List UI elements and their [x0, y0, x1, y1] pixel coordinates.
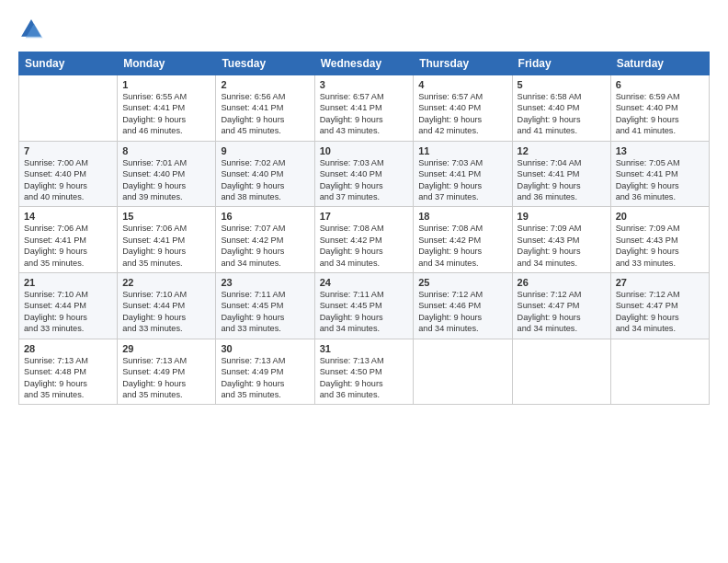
day-info: Sunrise: 7:13 AM Sunset: 4:48 PM Dayligh…	[24, 355, 112, 401]
day-info: Sunrise: 7:00 AM Sunset: 4:40 PM Dayligh…	[24, 157, 112, 203]
day-number: 14	[24, 211, 112, 222]
calendar-cell	[512, 339, 610, 405]
calendar-cell: 26Sunrise: 7:12 AM Sunset: 4:47 PM Dayli…	[512, 273, 610, 339]
day-info: Sunrise: 7:11 AM Sunset: 4:45 PM Dayligh…	[320, 289, 409, 335]
day-info: Sunrise: 7:03 AM Sunset: 4:40 PM Dayligh…	[320, 157, 409, 203]
day-number: 10	[320, 145, 409, 156]
day-number: 12	[518, 145, 606, 156]
day-number: 31	[320, 343, 409, 354]
day-number: 6	[616, 79, 704, 90]
weekday-header: Saturday	[610, 52, 709, 75]
calendar-cell: 18Sunrise: 7:08 AM Sunset: 4:42 PM Dayli…	[414, 207, 512, 273]
calendar-cell: 19Sunrise: 7:09 AM Sunset: 4:43 PM Dayli…	[512, 207, 610, 273]
day-info: Sunrise: 7:05 AM Sunset: 4:41 PM Dayligh…	[616, 157, 704, 203]
day-number: 16	[221, 211, 309, 222]
calendar-cell: 31Sunrise: 7:13 AM Sunset: 4:50 PM Dayli…	[314, 339, 414, 405]
weekday-header: Sunday	[19, 52, 118, 75]
day-info: Sunrise: 7:13 AM Sunset: 4:50 PM Dayligh…	[320, 355, 409, 401]
calendar-week-row: 14Sunrise: 7:06 AM Sunset: 4:41 PM Dayli…	[19, 207, 710, 273]
calendar-cell: 23Sunrise: 7:11 AM Sunset: 4:45 PM Dayli…	[216, 273, 314, 339]
calendar-cell: 14Sunrise: 7:06 AM Sunset: 4:41 PM Dayli…	[19, 207, 118, 273]
day-info: Sunrise: 6:57 AM Sunset: 4:41 PM Dayligh…	[320, 91, 409, 137]
calendar-cell: 24Sunrise: 7:11 AM Sunset: 4:45 PM Dayli…	[314, 273, 414, 339]
day-info: Sunrise: 7:12 AM Sunset: 4:46 PM Dayligh…	[418, 289, 506, 335]
day-info: Sunrise: 7:10 AM Sunset: 4:44 PM Dayligh…	[122, 289, 210, 335]
day-number: 4	[418, 79, 506, 90]
calendar-cell: 4Sunrise: 6:57 AM Sunset: 4:40 PM Daylig…	[414, 75, 512, 142]
day-info: Sunrise: 7:08 AM Sunset: 4:42 PM Dayligh…	[320, 223, 409, 269]
day-number: 20	[616, 211, 704, 222]
calendar-cell: 12Sunrise: 7:04 AM Sunset: 4:41 PM Dayli…	[512, 141, 610, 207]
day-number: 28	[24, 343, 112, 354]
weekday-header: Tuesday	[216, 52, 314, 75]
day-number: 30	[221, 343, 309, 354]
calendar-cell: 2Sunrise: 6:56 AM Sunset: 4:41 PM Daylig…	[216, 75, 314, 142]
day-info: Sunrise: 7:07 AM Sunset: 4:42 PM Dayligh…	[221, 223, 309, 269]
weekday-header: Wednesday	[314, 52, 414, 75]
calendar-cell: 9Sunrise: 7:02 AM Sunset: 4:40 PM Daylig…	[216, 141, 314, 207]
calendar: SundayMondayTuesdayWednesdayThursdayFrid…	[18, 52, 710, 405]
day-info: Sunrise: 6:59 AM Sunset: 4:40 PM Dayligh…	[616, 91, 704, 137]
day-info: Sunrise: 7:12 AM Sunset: 4:47 PM Dayligh…	[518, 289, 606, 335]
calendar-cell	[414, 339, 512, 405]
day-number: 13	[616, 145, 704, 156]
day-number: 11	[418, 145, 506, 156]
calendar-week-row: 1Sunrise: 6:55 AM Sunset: 4:41 PM Daylig…	[19, 75, 710, 142]
calendar-cell: 28Sunrise: 7:13 AM Sunset: 4:48 PM Dayli…	[19, 339, 118, 405]
day-number: 24	[320, 277, 409, 288]
day-number: 2	[221, 79, 309, 90]
day-info: Sunrise: 7:06 AM Sunset: 4:41 PM Dayligh…	[24, 223, 112, 269]
calendar-cell	[610, 339, 709, 405]
day-info: Sunrise: 7:04 AM Sunset: 4:41 PM Dayligh…	[518, 157, 606, 203]
calendar-cell: 11Sunrise: 7:03 AM Sunset: 4:41 PM Dayli…	[414, 141, 512, 207]
calendar-cell: 21Sunrise: 7:10 AM Sunset: 4:44 PM Dayli…	[19, 273, 118, 339]
day-number: 8	[122, 145, 210, 156]
logo-icon	[18, 17, 44, 42]
day-number: 23	[221, 277, 309, 288]
day-info: Sunrise: 7:13 AM Sunset: 4:49 PM Dayligh…	[122, 355, 210, 401]
day-number: 26	[518, 277, 606, 288]
calendar-week-row: 21Sunrise: 7:10 AM Sunset: 4:44 PM Dayli…	[19, 273, 710, 339]
day-number: 18	[418, 211, 506, 222]
weekday-header: Monday	[118, 52, 216, 75]
day-info: Sunrise: 6:57 AM Sunset: 4:40 PM Dayligh…	[418, 91, 506, 137]
calendar-cell: 30Sunrise: 7:13 AM Sunset: 4:49 PM Dayli…	[216, 339, 314, 405]
calendar-cell: 16Sunrise: 7:07 AM Sunset: 4:42 PM Dayli…	[216, 207, 314, 273]
day-number: 5	[518, 79, 606, 90]
calendar-cell: 8Sunrise: 7:01 AM Sunset: 4:40 PM Daylig…	[118, 141, 216, 207]
calendar-cell: 27Sunrise: 7:12 AM Sunset: 4:47 PM Dayli…	[610, 273, 709, 339]
calendar-cell: 10Sunrise: 7:03 AM Sunset: 4:40 PM Dayli…	[314, 141, 414, 207]
day-number: 7	[24, 145, 112, 156]
calendar-cell: 15Sunrise: 7:06 AM Sunset: 4:41 PM Dayli…	[118, 207, 216, 273]
calendar-cell: 6Sunrise: 6:59 AM Sunset: 4:40 PM Daylig…	[610, 75, 709, 142]
calendar-cell: 3Sunrise: 6:57 AM Sunset: 4:41 PM Daylig…	[314, 75, 414, 142]
calendar-cell: 20Sunrise: 7:09 AM Sunset: 4:43 PM Dayli…	[610, 207, 709, 273]
day-info: Sunrise: 7:13 AM Sunset: 4:49 PM Dayligh…	[221, 355, 309, 401]
day-number: 29	[122, 343, 210, 354]
day-info: Sunrise: 7:12 AM Sunset: 4:47 PM Dayligh…	[616, 289, 704, 335]
day-info: Sunrise: 7:01 AM Sunset: 4:40 PM Dayligh…	[122, 157, 210, 203]
calendar-cell: 17Sunrise: 7:08 AM Sunset: 4:42 PM Dayli…	[314, 207, 414, 273]
weekday-header: Friday	[512, 52, 610, 75]
day-info: Sunrise: 7:11 AM Sunset: 4:45 PM Dayligh…	[221, 289, 309, 335]
day-info: Sunrise: 7:06 AM Sunset: 4:41 PM Dayligh…	[122, 223, 210, 269]
day-number: 22	[122, 277, 210, 288]
day-info: Sunrise: 6:58 AM Sunset: 4:40 PM Dayligh…	[518, 91, 606, 137]
calendar-cell: 1Sunrise: 6:55 AM Sunset: 4:41 PM Daylig…	[118, 75, 216, 142]
calendar-cell: 5Sunrise: 6:58 AM Sunset: 4:40 PM Daylig…	[512, 75, 610, 142]
day-number: 3	[320, 79, 409, 90]
calendar-cell: 25Sunrise: 7:12 AM Sunset: 4:46 PM Dayli…	[414, 273, 512, 339]
weekday-header: Thursday	[414, 52, 512, 75]
logo	[18, 17, 48, 42]
calendar-cell	[19, 75, 118, 142]
day-number: 15	[122, 211, 210, 222]
day-number: 19	[518, 211, 606, 222]
day-info: Sunrise: 7:08 AM Sunset: 4:42 PM Dayligh…	[418, 223, 506, 269]
day-info: Sunrise: 6:55 AM Sunset: 4:41 PM Dayligh…	[122, 91, 210, 137]
day-info: Sunrise: 6:56 AM Sunset: 4:41 PM Dayligh…	[221, 91, 309, 137]
day-number: 9	[221, 145, 309, 156]
day-info: Sunrise: 7:09 AM Sunset: 4:43 PM Dayligh…	[616, 223, 704, 269]
day-number: 17	[320, 211, 409, 222]
calendar-cell: 29Sunrise: 7:13 AM Sunset: 4:49 PM Dayli…	[118, 339, 216, 405]
header	[18, 17, 710, 42]
